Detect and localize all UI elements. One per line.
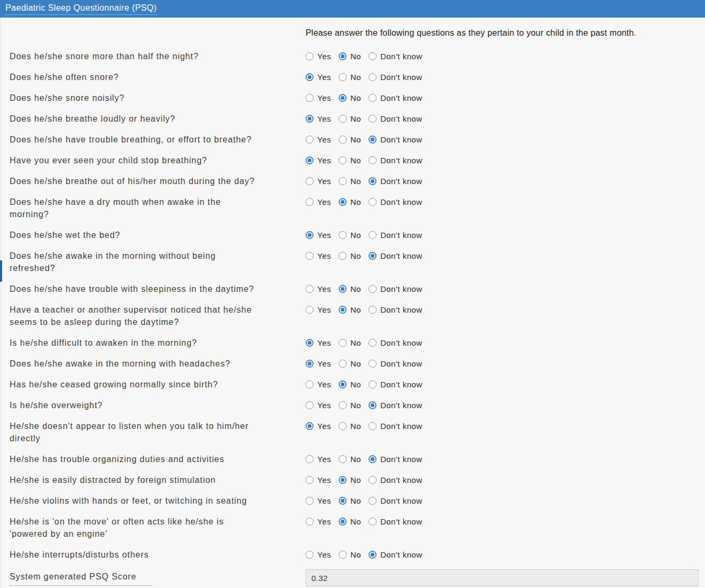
radio-label-dont-know[interactable]: Don't know (380, 231, 422, 240)
radio-label-dont-know[interactable]: Don't know (380, 197, 422, 206)
radio-label-no[interactable]: No (350, 305, 361, 314)
radio-dont-know[interactable] (368, 115, 376, 123)
radio-no[interactable] (339, 231, 347, 239)
radio-no[interactable] (339, 52, 347, 60)
radio-yes[interactable] (306, 455, 314, 463)
radio-label-yes[interactable]: Yes (317, 380, 331, 389)
psq-score-input[interactable] (306, 569, 699, 586)
radio-yes[interactable] (306, 285, 314, 293)
radio-label-yes[interactable]: Yes (317, 455, 331, 464)
radio-label-yes[interactable]: Yes (317, 52, 331, 61)
radio-no[interactable] (339, 252, 347, 260)
radio-no[interactable] (339, 360, 347, 368)
radio-yes[interactable] (306, 156, 314, 164)
radio-label-dont-know[interactable]: Don't know (380, 177, 422, 186)
radio-label-yes[interactable]: Yes (317, 305, 331, 314)
radio-dont-know[interactable] (368, 52, 376, 60)
radio-dont-know[interactable] (368, 231, 376, 239)
radio-label-yes[interactable]: Yes (317, 231, 331, 240)
radio-label-dont-know[interactable]: Don't know (380, 52, 422, 61)
radio-label-no[interactable]: No (350, 517, 361, 526)
radio-label-dont-know[interactable]: Don't know (380, 284, 422, 293)
radio-yes[interactable] (306, 422, 314, 430)
section-header[interactable]: Paediatric Sleep Questionnaire (PSQ) (0, 0, 705, 18)
radio-yes[interactable] (306, 306, 314, 314)
radio-label-no[interactable]: No (350, 338, 361, 347)
radio-dont-know[interactable] (368, 156, 376, 164)
radio-no[interactable] (339, 551, 347, 559)
radio-label-dont-know[interactable]: Don't know (380, 380, 422, 389)
radio-label-yes[interactable]: Yes (317, 197, 331, 206)
radio-label-dont-know[interactable]: Don't know (380, 73, 422, 82)
radio-no[interactable] (339, 422, 347, 430)
radio-dont-know[interactable] (368, 360, 376, 368)
radio-no[interactable] (339, 115, 347, 123)
radio-label-no[interactable]: No (350, 550, 361, 559)
radio-label-yes[interactable]: Yes (317, 156, 331, 165)
radio-label-no[interactable]: No (350, 401, 361, 410)
radio-label-no[interactable]: No (350, 93, 361, 102)
radio-dont-know[interactable] (368, 401, 376, 409)
radio-label-dont-know[interactable]: Don't know (380, 550, 422, 559)
radio-label-no[interactable]: No (350, 135, 361, 144)
radio-label-dont-know[interactable]: Don't know (380, 305, 422, 314)
radio-yes[interactable] (306, 115, 314, 123)
radio-label-no[interactable]: No (350, 455, 361, 464)
radio-no[interactable] (339, 339, 347, 347)
radio-no[interactable] (339, 455, 347, 463)
radio-no[interactable] (339, 497, 347, 505)
radio-label-no[interactable]: No (350, 251, 361, 260)
radio-yes[interactable] (306, 497, 314, 505)
radio-label-dont-know[interactable]: Don't know (380, 93, 422, 102)
radio-label-dont-know[interactable]: Don't know (380, 251, 422, 260)
radio-label-yes[interactable]: Yes (317, 284, 331, 293)
radio-dont-know[interactable] (368, 422, 376, 430)
radio-yes[interactable] (306, 360, 314, 368)
radio-no[interactable] (339, 73, 347, 81)
radio-dont-know[interactable] (368, 94, 376, 102)
radio-yes[interactable] (306, 94, 314, 102)
radio-no[interactable] (339, 401, 347, 409)
radio-no[interactable] (339, 285, 347, 293)
radio-label-no[interactable]: No (350, 73, 361, 82)
radio-label-no[interactable]: No (350, 52, 361, 61)
radio-label-yes[interactable]: Yes (317, 73, 331, 82)
radio-yes[interactable] (306, 518, 314, 526)
radio-no[interactable] (339, 136, 347, 144)
radio-label-yes[interactable]: Yes (317, 401, 331, 410)
radio-dont-know[interactable] (368, 285, 376, 293)
radio-yes[interactable] (306, 401, 314, 409)
radio-yes[interactable] (306, 177, 314, 185)
radio-label-no[interactable]: No (350, 496, 361, 505)
section-title[interactable]: Paediatric Sleep Questionnaire (PSQ) (5, 3, 157, 15)
radio-dont-know[interactable] (368, 198, 376, 206)
radio-dont-know[interactable] (368, 136, 376, 144)
radio-label-yes[interactable]: Yes (317, 496, 331, 505)
radio-label-dont-know[interactable]: Don't know (380, 156, 422, 165)
radio-label-yes[interactable]: Yes (317, 93, 331, 102)
radio-label-no[interactable]: No (350, 156, 361, 165)
left-scrollbar-thumb[interactable] (0, 260, 2, 282)
radio-yes[interactable] (306, 52, 314, 60)
radio-dont-know[interactable] (368, 476, 376, 484)
radio-no[interactable] (339, 380, 347, 388)
radio-label-no[interactable]: No (350, 284, 361, 293)
radio-label-no[interactable]: No (350, 231, 361, 240)
radio-label-yes[interactable]: Yes (317, 550, 331, 559)
radio-no[interactable] (339, 94, 347, 102)
radio-label-yes[interactable]: Yes (317, 251, 331, 260)
radio-label-dont-know[interactable]: Don't know (380, 455, 422, 464)
radio-label-yes[interactable]: Yes (317, 114, 331, 123)
radio-yes[interactable] (306, 231, 314, 239)
radio-no[interactable] (339, 177, 347, 185)
radio-label-dont-know[interactable]: Don't know (380, 135, 422, 144)
radio-yes[interactable] (306, 339, 314, 347)
radio-label-no[interactable]: No (350, 475, 361, 484)
radio-label-dont-know[interactable]: Don't know (380, 496, 422, 505)
radio-label-yes[interactable]: Yes (317, 475, 331, 484)
radio-no[interactable] (339, 156, 347, 164)
radio-label-dont-know[interactable]: Don't know (380, 475, 422, 484)
radio-dont-know[interactable] (368, 497, 376, 505)
radio-label-no[interactable]: No (350, 114, 361, 123)
radio-dont-know[interactable] (368, 518, 376, 526)
